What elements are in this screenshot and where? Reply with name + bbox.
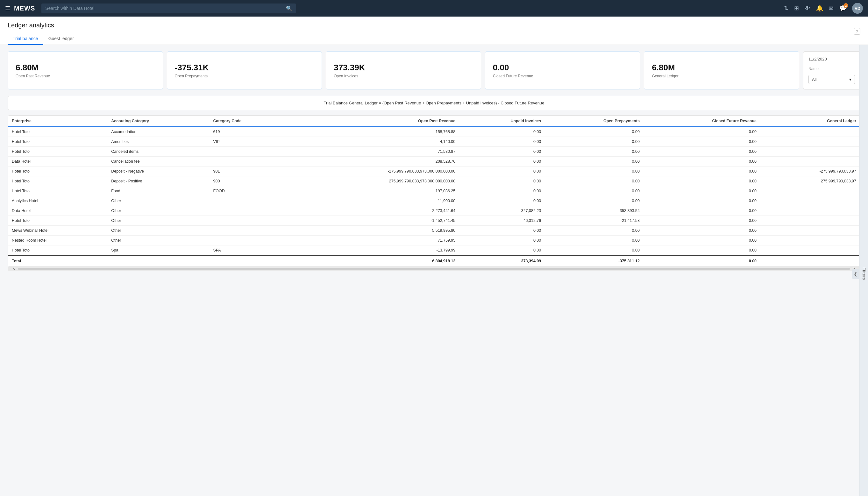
- cell-general: [760, 157, 860, 167]
- tab-trial-balance[interactable]: Trial balance: [7, 33, 43, 45]
- cell-closed-future: 0.00: [644, 157, 760, 167]
- cell-unpaid: 327,082.23: [459, 206, 545, 216]
- scrollbar-track[interactable]: [18, 268, 850, 270]
- help-icon[interactable]: ?: [854, 28, 861, 35]
- cell-general: [760, 226, 860, 236]
- cell-open-past: -13,799.99: [290, 246, 459, 255]
- cell-category: Other: [107, 216, 209, 226]
- formula-text: Trial Balance General Ledger = (Open Pas…: [324, 100, 544, 105]
- cell-prepayments: 0.00: [545, 226, 644, 236]
- cell-enterprise: Hotel Toto: [8, 176, 107, 186]
- chevron-down-icon: ▾: [849, 77, 851, 82]
- cell-open-past: 275,999,790,033,973,000,000,000.00: [290, 176, 459, 186]
- totals-category: [107, 255, 209, 266]
- filters-sidebar-button[interactable]: Filters: [859, 45, 868, 496]
- cell-enterprise: Hotel Toto: [8, 127, 107, 137]
- page-header-left: Ledger analytics Trial balance Guest led…: [7, 22, 79, 45]
- filter-name-select[interactable]: All ▾: [808, 75, 855, 84]
- cell-category: Spa: [107, 246, 209, 255]
- bell-icon[interactable]: 🔔: [816, 5, 823, 12]
- cell-category: Food: [107, 186, 209, 196]
- cell-code: [210, 216, 290, 226]
- cell-open-past: -1,452,741.45: [290, 216, 459, 226]
- cell-closed-future: 0.00: [644, 127, 760, 137]
- chevron-left-icon: ❮: [854, 271, 857, 276]
- cell-unpaid: 0.00: [459, 147, 545, 157]
- cell-prepayments: 0.00: [545, 196, 644, 206]
- table-row: Data Hotel Cancellation fee 208,528.76 0…: [8, 157, 860, 167]
- menu-icon[interactable]: ☰: [5, 5, 10, 12]
- cell-general: [760, 236, 860, 246]
- cell-open-past: 71,530.87: [290, 147, 459, 157]
- cell-prepayments: 0.00: [545, 186, 644, 196]
- search-bar: 🔍: [42, 3, 296, 13]
- scroll-left-arrow[interactable]: <: [13, 266, 15, 271]
- cell-closed-future: 0.00: [644, 226, 760, 236]
- view-icon[interactable]: 👁: [805, 5, 810, 12]
- table-row: Hotel Toto Spa SPA -13,799.99 0.00 0.00 …: [8, 246, 860, 255]
- cell-code: [210, 157, 290, 167]
- totals-open-past: 6,804,918.12: [290, 255, 459, 266]
- cell-general: [760, 127, 860, 137]
- cell-prepayments: 0.00: [545, 137, 644, 147]
- metric-value-open-invoices: 373.39K: [334, 63, 365, 73]
- notifications-icon[interactable]: 💬 2: [839, 5, 846, 12]
- header-actions: ⇅ ⊞ 👁 🔔 ✉ 💬 2 VD: [784, 3, 863, 14]
- col-category-code: Category Code: [210, 115, 290, 127]
- cell-unpaid: 0.00: [459, 176, 545, 186]
- cell-open-past: 4,140.00: [290, 137, 459, 147]
- cell-closed-future: 0.00: [644, 167, 760, 176]
- page: Ledger analytics Trial balance Guest led…: [0, 17, 868, 496]
- metric-label-open-prepayments: Open Prepayments: [175, 74, 207, 78]
- cell-unpaid: 0.00: [459, 246, 545, 255]
- totals-label: Total: [8, 255, 107, 266]
- cell-category: Other: [107, 236, 209, 246]
- add-icon[interactable]: ⊞: [794, 5, 799, 12]
- col-enterprise: Enterprise: [8, 115, 107, 127]
- tab-guest-ledger[interactable]: Guest ledger: [43, 33, 79, 45]
- cell-code: [210, 236, 290, 246]
- side-toggle-button[interactable]: ❮: [852, 269, 859, 279]
- filter-name-value: All: [812, 77, 817, 82]
- table-footer: Total 6,804,918.12 373,394.99 -375,311.1…: [8, 255, 860, 266]
- cell-open-past: 197,036.25: [290, 186, 459, 196]
- totals-unpaid: 373,394.99: [459, 255, 545, 266]
- cell-unpaid: 0.00: [459, 137, 545, 147]
- page-title: Ledger analytics: [7, 22, 79, 29]
- data-table-container: Enterprise Accouting Category Category C…: [7, 115, 861, 267]
- page-header: Ledger analytics Trial balance Guest led…: [0, 17, 868, 45]
- cell-closed-future: 0.00: [644, 137, 760, 147]
- metric-label-open-invoices: Open Invoices: [334, 74, 358, 78]
- filter-panel: 11/2/2020 Name All ▾: [803, 51, 861, 90]
- metric-label-general-ledger: General Ledger: [652, 74, 678, 78]
- search-icon: 🔍: [286, 5, 292, 12]
- cell-enterprise: Hotel Toto: [8, 216, 107, 226]
- cell-enterprise: Analytics Hotel: [8, 196, 107, 206]
- cell-closed-future: 0.00: [644, 186, 760, 196]
- totals-row: Total 6,804,918.12 373,394.99 -375,311.1…: [8, 255, 860, 266]
- avatar[interactable]: VD: [852, 3, 863, 14]
- cell-code: [210, 206, 290, 216]
- metric-label-open-past-revenue: Open Past Revenue: [16, 74, 50, 78]
- filters-label: Filters: [862, 267, 866, 280]
- mail-icon[interactable]: ✉: [829, 5, 834, 12]
- cell-unpaid: 0.00: [459, 196, 545, 206]
- cell-general: [760, 186, 860, 196]
- table-row: Hotel Toto Canceled items 71,530.87 0.00…: [8, 147, 860, 157]
- search-input[interactable]: [45, 6, 283, 11]
- table-row: Hotel Toto Deposit - Positive 900 275,99…: [8, 176, 860, 186]
- metric-card-general-ledger: 6.80M General Ledger: [644, 51, 799, 90]
- cell-category: Amenities: [107, 137, 209, 147]
- cell-general: [760, 196, 860, 206]
- cell-open-past: 158,768.88: [290, 127, 459, 137]
- sort-icon[interactable]: ⇅: [784, 5, 788, 12]
- metric-value-open-past-revenue: 6.80M: [16, 63, 38, 73]
- cell-open-past: 71,759.95: [290, 236, 459, 246]
- cell-unpaid: 0.00: [459, 127, 545, 137]
- cell-open-past: 208,528.76: [290, 157, 459, 167]
- metric-label-closed-future-revenue: Closed Future Revenue: [493, 74, 533, 78]
- cell-prepayments: 0.00: [545, 246, 644, 255]
- cell-open-past: 2,273,441.64: [290, 206, 459, 216]
- cell-unpaid: 0.00: [459, 186, 545, 196]
- filter-date: 11/2/2020: [808, 57, 855, 61]
